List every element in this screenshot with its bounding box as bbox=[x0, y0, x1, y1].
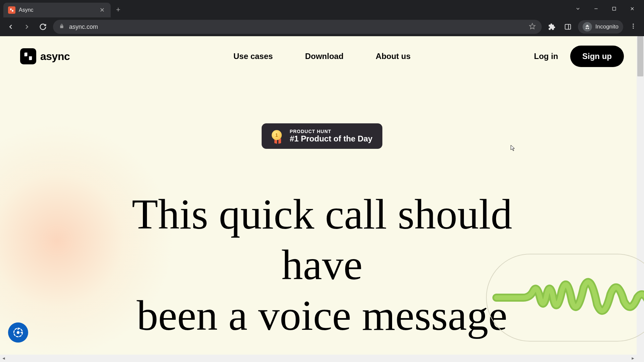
browser-chrome: Async ✕ + bbox=[0, 0, 644, 36]
badge-text: PRODUCT HUNT #1 Product of the Day bbox=[290, 129, 373, 143]
extensions-icon[interactable] bbox=[546, 21, 558, 33]
address-bar: async.com Incognito bbox=[0, 17, 644, 36]
url-field[interactable]: async.com bbox=[53, 20, 542, 34]
maximize-button[interactable] bbox=[609, 4, 619, 14]
hero-title: This quick call should have been a voice… bbox=[104, 189, 540, 341]
menu-button[interactable] bbox=[627, 23, 639, 31]
svg-rect-5 bbox=[565, 24, 571, 29]
logo-mark-icon bbox=[20, 48, 36, 64]
nav-link-download[interactable]: Download bbox=[305, 52, 343, 61]
tab-bar: Async ✕ + bbox=[0, 0, 644, 17]
back-button[interactable] bbox=[5, 21, 17, 33]
hero-title-line2: been a voice message bbox=[137, 292, 507, 339]
close-tab-button[interactable]: ✕ bbox=[98, 6, 106, 14]
new-tab-button[interactable]: + bbox=[111, 5, 126, 14]
product-hunt-badge[interactable]: 1 PRODUCT HUNT #1 Product of the Day bbox=[262, 123, 383, 149]
hero-subtitle: Free up your calendar with voice message… bbox=[183, 359, 461, 362]
nav-links: Use cases Download About us bbox=[233, 52, 411, 61]
lock-icon bbox=[59, 23, 64, 30]
minimize-button[interactable] bbox=[591, 4, 601, 14]
favicon-icon bbox=[8, 6, 15, 14]
auth-buttons: Log in Sign up bbox=[534, 46, 624, 67]
incognito-icon bbox=[583, 22, 592, 32]
close-window-button[interactable] bbox=[627, 4, 637, 14]
svg-point-8 bbox=[633, 25, 634, 26]
site-navbar: async Use cases Download About us Log in… bbox=[0, 36, 644, 76]
page-content: async Use cases Download About us Log in… bbox=[0, 36, 644, 362]
forward-button[interactable] bbox=[21, 21, 33, 33]
medal-icon: 1 bbox=[272, 130, 284, 142]
tab-title: Async bbox=[19, 7, 95, 13]
svg-point-9 bbox=[633, 27, 634, 28]
reload-button[interactable] bbox=[37, 21, 49, 33]
badge-title: #1 Product of the Day bbox=[290, 134, 373, 143]
hero-title-line1: This quick call should have bbox=[132, 190, 512, 289]
tabs-dropdown-icon[interactable] bbox=[573, 4, 583, 14]
side-panel-icon[interactable] bbox=[562, 21, 574, 33]
svg-point-12 bbox=[17, 331, 20, 334]
logo[interactable]: async bbox=[20, 48, 70, 64]
login-button[interactable]: Log in bbox=[534, 52, 558, 61]
incognito-label: Incognito bbox=[595, 23, 619, 30]
nav-link-about[interactable]: About us bbox=[376, 52, 411, 61]
waveform-bubble-icon bbox=[483, 251, 644, 345]
incognito-indicator[interactable]: Incognito bbox=[578, 20, 623, 34]
svg-rect-1 bbox=[612, 7, 615, 10]
signup-button[interactable]: Sign up bbox=[570, 46, 624, 67]
nav-link-use-cases[interactable]: Use cases bbox=[233, 52, 273, 61]
bookmark-star-icon[interactable] bbox=[529, 23, 536, 31]
logo-text: async bbox=[40, 50, 70, 63]
svg-marker-4 bbox=[530, 23, 535, 29]
svg-point-7 bbox=[633, 24, 634, 25]
browser-tab[interactable]: Async ✕ bbox=[3, 3, 111, 17]
badge-label: PRODUCT HUNT bbox=[290, 129, 373, 134]
accessibility-fab[interactable] bbox=[8, 322, 28, 343]
window-controls bbox=[573, 4, 644, 14]
url-text: async.com bbox=[69, 23, 98, 31]
